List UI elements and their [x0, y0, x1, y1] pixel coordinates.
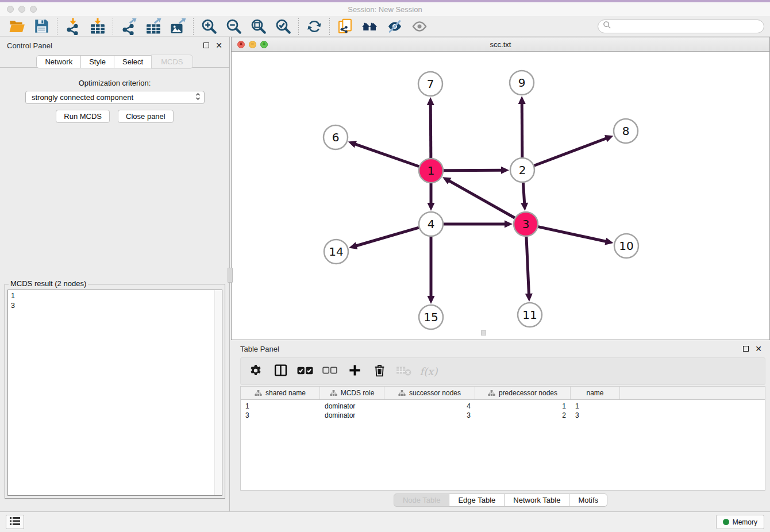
- export-image-button[interactable]: [165, 17, 190, 36]
- network-canvas[interactable]: 7968124314101511: [232, 52, 769, 340]
- table-cell[interactable]: 1: [475, 402, 571, 411]
- edge-2-8[interactable]: [534, 135, 614, 165]
- table-cell[interactable]: 4: [384, 402, 475, 411]
- memory-button[interactable]: Memory: [716, 515, 764, 529]
- tab-mcds[interactable]: MCDS: [151, 55, 192, 69]
- close-panel-icon[interactable]: ✕: [215, 41, 222, 49]
- float-table-panel-icon[interactable]: [743, 346, 749, 352]
- minimize-network-button[interactable]: −: [249, 41, 256, 48]
- result-scrollbar[interactable]: [214, 290, 222, 495]
- mcds-result-area[interactable]: 1 3: [7, 290, 222, 496]
- import-network-button[interactable]: [60, 17, 85, 36]
- graph-node-4[interactable]: 4: [419, 212, 443, 236]
- refresh-view-button[interactable]: [302, 17, 326, 36]
- column-header-successor-nodes[interactable]: successor nodes: [384, 387, 475, 399]
- tab-edge-table[interactable]: Edge Table: [449, 494, 505, 507]
- zoom-out-button[interactable]: [221, 17, 246, 36]
- network-window-titlebar[interactable]: × − + scc.txt: [232, 37, 769, 52]
- edge-1-2[interactable]: [444, 167, 509, 174]
- close-panel-button[interactable]: Close panel: [118, 110, 174, 123]
- table-cell[interactable]: dominator: [320, 411, 384, 420]
- table-row[interactable]: 3dominator323: [241, 411, 765, 420]
- close-table-panel-icon[interactable]: ✕: [755, 345, 762, 353]
- edge-1-4[interactable]: [428, 183, 435, 211]
- deselect-all-button[interactable]: [319, 361, 340, 381]
- minimize-window-button[interactable]: [18, 6, 25, 13]
- column-header-name[interactable]: name: [571, 387, 620, 399]
- export-network-button[interactable]: [116, 17, 141, 36]
- graph-node-14[interactable]: 14: [324, 240, 348, 264]
- tab-select[interactable]: Select: [114, 55, 152, 68]
- gear-button[interactable]: [245, 361, 266, 381]
- edge-3-11[interactable]: [525, 237, 533, 302]
- run-mcds-button[interactable]: Run MCDS: [56, 110, 110, 123]
- edge-3-10[interactable]: [538, 227, 613, 245]
- tab-motifs[interactable]: Motifs: [569, 494, 607, 507]
- edge-2-3[interactable]: [521, 183, 528, 211]
- close-window-button[interactable]: [7, 6, 14, 13]
- task-history-button[interactable]: [6, 515, 24, 529]
- canvas-scroll-grip[interactable]: [481, 330, 486, 336]
- graph-node-7[interactable]: 7: [418, 72, 442, 96]
- zoom-in-button[interactable]: [197, 17, 221, 36]
- graph-node-3[interactable]: 3: [514, 212, 538, 236]
- main-toolbar: [0, 16, 770, 37]
- graph-node-11[interactable]: 11: [518, 303, 542, 327]
- open-session-icon: [9, 18, 26, 34]
- zoom-selected-button[interactable]: [271, 17, 295, 36]
- column-header-MCDS-role[interactable]: MCDS role: [320, 387, 384, 399]
- tab-network-table[interactable]: Network Table: [504, 494, 569, 507]
- graph-node-6[interactable]: 6: [324, 125, 348, 149]
- maximize-network-button[interactable]: +: [260, 41, 268, 48]
- column-view-button[interactable]: [270, 361, 291, 381]
- search-box[interactable]: [598, 20, 764, 33]
- select-all-button[interactable]: [295, 361, 315, 381]
- tab-node-table[interactable]: Node Table: [394, 494, 450, 507]
- edge-4-3[interactable]: [444, 221, 513, 228]
- edge-4-15[interactable]: [428, 237, 435, 304]
- export-table-button[interactable]: [141, 17, 165, 36]
- table-cell[interactable]: 3: [571, 411, 620, 420]
- table-cell[interactable]: 1: [241, 402, 320, 411]
- edge-3-1[interactable]: [442, 177, 515, 218]
- graph-node-9[interactable]: 9: [510, 71, 534, 95]
- tab-style[interactable]: Style: [80, 55, 114, 68]
- import-table-button[interactable]: [85, 17, 110, 36]
- show-graphics-button[interactable]: [407, 17, 432, 36]
- search-input[interactable]: [614, 22, 759, 30]
- table-cell[interactable]: dominator: [320, 402, 384, 411]
- graph-node-15[interactable]: 15: [419, 305, 443, 329]
- clone-network-button[interactable]: [333, 17, 357, 36]
- optimization-criterion-select[interactable]: strongly connected component: [25, 91, 205, 104]
- tab-network[interactable]: Network: [36, 55, 81, 68]
- delete-row-button[interactable]: [369, 361, 390, 381]
- graph-node-1[interactable]: 1: [419, 159, 443, 183]
- table-cell[interactable]: 3: [241, 411, 320, 420]
- float-panel-icon[interactable]: [203, 43, 209, 48]
- add-row-icon: [348, 364, 361, 379]
- zoom-fit-button[interactable]: [246, 17, 271, 36]
- network-graph[interactable]: 7968124314101511: [232, 52, 769, 340]
- panel-splitter-handle[interactable]: [228, 268, 233, 283]
- table-cell[interactable]: 1: [571, 402, 620, 411]
- hide-graphics-button[interactable]: [382, 17, 407, 36]
- first-neighbors-button[interactable]: [357, 17, 382, 36]
- edge-2-9[interactable]: [518, 96, 526, 157]
- table-cell[interactable]: 2: [475, 411, 571, 420]
- graph-node-8[interactable]: 8: [614, 119, 638, 143]
- edge-1-6[interactable]: [348, 141, 419, 167]
- save-session-button[interactable]: [29, 17, 54, 36]
- open-session-button[interactable]: [5, 17, 29, 36]
- edge-4-14[interactable]: [349, 228, 419, 249]
- graph-node-10[interactable]: 10: [614, 234, 638, 258]
- import-table-icon: [89, 18, 106, 35]
- close-network-button[interactable]: ×: [237, 41, 245, 48]
- column-header-predecessor-nodes[interactable]: predecessor nodes: [475, 387, 571, 399]
- table-cell[interactable]: 3: [384, 411, 475, 420]
- graph-node-2[interactable]: 2: [510, 158, 534, 182]
- column-header-shared-name[interactable]: shared name: [241, 387, 320, 399]
- maximize-window-button[interactable]: [30, 6, 37, 13]
- edge-1-7[interactable]: [427, 97, 434, 158]
- table-row[interactable]: 1dominator411: [241, 402, 765, 411]
- add-row-button[interactable]: [344, 361, 365, 381]
